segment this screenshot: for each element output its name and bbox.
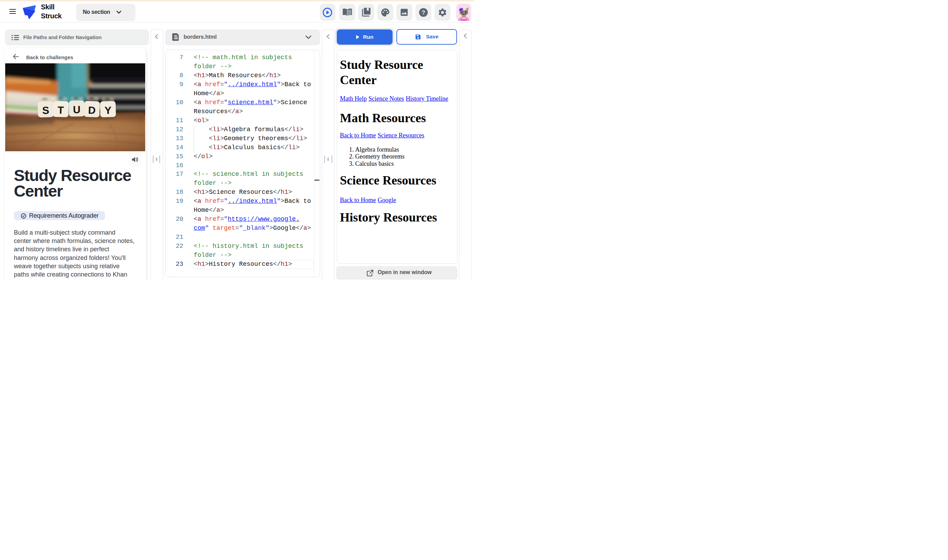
svg-text:?: ?: [422, 9, 425, 15]
